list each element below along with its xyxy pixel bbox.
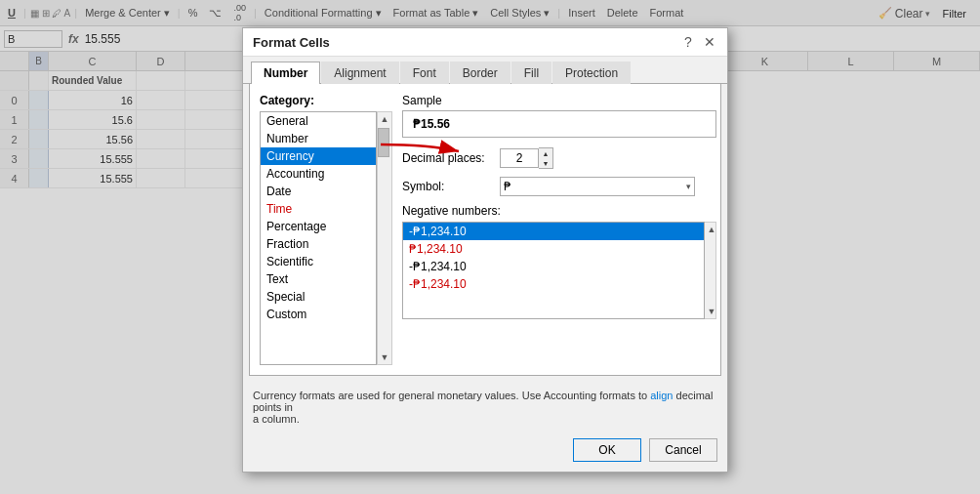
spin-down-button[interactable]: ▼: [539, 158, 552, 168]
scroll-down-arrow[interactable]: ▼: [378, 350, 391, 364]
symbol-value: ₱: [504, 180, 511, 193]
scroll-thumb[interactable]: [378, 128, 389, 157]
cat-scientific[interactable]: Scientific: [261, 253, 376, 270]
cat-general[interactable]: General: [261, 112, 376, 130]
scroll-up-arrow[interactable]: ▲: [378, 112, 391, 126]
cat-currency[interactable]: Currency: [261, 147, 376, 165]
cat-date[interactable]: Date: [261, 183, 376, 200]
close-button[interactable]: ✕: [702, 34, 717, 50]
tab-fill[interactable]: Fill: [511, 62, 551, 84]
neg-item-1[interactable]: -₱1,234.10: [403, 223, 704, 240]
category-scrollbar[interactable]: ▲ ▼: [377, 111, 392, 365]
negative-numbers-list[interactable]: -₱1,234.10 ₱1,234.10 -₱1,234.10 -₱1,234.…: [402, 222, 705, 319]
symbol-label: Symbol:: [402, 180, 500, 193]
tab-border[interactable]: Border: [450, 62, 510, 84]
category-column: Category: General Number Currency Accoun…: [260, 94, 392, 365]
tab-alignment[interactable]: Alignment: [321, 62, 398, 84]
description-link[interactable]: align: [650, 390, 673, 401]
symbol-dropdown-arrow: ▾: [686, 182, 691, 191]
help-button[interactable]: ?: [680, 34, 696, 50]
category-list-container: General Number Currency Accounting Date …: [260, 111, 392, 365]
neg-item-3[interactable]: -₱1,234.10: [403, 258, 704, 275]
scroll-track: [378, 126, 391, 350]
tab-number[interactable]: Number: [251, 62, 320, 84]
negative-numbers-container: -₱1,234.10 ₱1,234.10 -₱1,234.10 -₱1,234.…: [402, 222, 716, 319]
neg-item-2[interactable]: ₱1,234.10: [403, 240, 704, 258]
category-section: Category: General Number Currency Accoun…: [260, 94, 711, 365]
decimal-places-input[interactable]: [500, 148, 539, 168]
decimal-places-row: Decimal places: ▲ ▼: [402, 147, 716, 169]
neg-item-4[interactable]: -₱1,234.10: [403, 275, 704, 293]
format-cells-dialog: Format Cells ? ✕ Number Alignment Font B…: [242, 27, 728, 473]
category-label: Category:: [260, 94, 392, 107]
tab-protection[interactable]: Protection: [552, 62, 631, 84]
negative-numbers-label: Negative numbers:: [402, 204, 716, 218]
cancel-button[interactable]: Cancel: [649, 438, 717, 462]
dialog-tabs: Number Alignment Font Border Fill Protec…: [243, 57, 727, 84]
dialog-title: Format Cells: [253, 35, 330, 50]
cat-custom[interactable]: Custom: [261, 306, 376, 323]
negative-list-scrollbar[interactable]: ▲ ▼: [705, 222, 716, 319]
sample-box: ₱15.56: [402, 110, 716, 138]
tab-font[interactable]: Font: [400, 62, 449, 84]
ok-button[interactable]: OK: [573, 438, 641, 462]
dialog-content: Category: General Number Currency Accoun…: [249, 84, 721, 376]
spin-up-button[interactable]: ▲: [539, 148, 552, 158]
cat-special[interactable]: Special: [261, 288, 376, 306]
category-list[interactable]: General Number Currency Accounting Date …: [260, 111, 377, 365]
description-text: Currency formats are used for general mo…: [249, 386, 721, 429]
description-col: a column.: [253, 413, 300, 425]
cat-time[interactable]: Time: [261, 200, 376, 218]
decimal-places-label: Decimal places:: [402, 151, 500, 165]
symbol-row: Symbol: ₱ ▾: [402, 177, 716, 196]
cat-number[interactable]: Number: [261, 130, 376, 147]
neg-scroll-up[interactable]: ▲: [705, 223, 718, 236]
sample-label: Sample: [402, 94, 716, 107]
cat-accounting[interactable]: Accounting: [261, 165, 376, 183]
neg-scroll-track: [705, 236, 715, 305]
dialog-title-bar: Format Cells ? ✕: [243, 28, 727, 57]
dialog-footer: OK Cancel: [243, 429, 727, 472]
cat-text[interactable]: Text: [261, 270, 376, 288]
sample-value: ₱15.56: [413, 117, 450, 131]
cat-percentage[interactable]: Percentage: [261, 218, 376, 235]
neg-scroll-down[interactable]: ▼: [705, 305, 718, 318]
right-panel: Sample ₱15.56 Decimal places: ▲ ▼: [402, 94, 716, 365]
decimal-places-spinner: ▲ ▼: [500, 147, 553, 169]
cat-fraction[interactable]: Fraction: [261, 235, 376, 253]
spinner-buttons: ▲ ▼: [539, 147, 553, 169]
symbol-dropdown[interactable]: ₱ ▾: [500, 177, 695, 196]
title-controls: ? ✕: [680, 34, 717, 50]
description-main: Currency formats are used for general mo…: [253, 390, 650, 401]
